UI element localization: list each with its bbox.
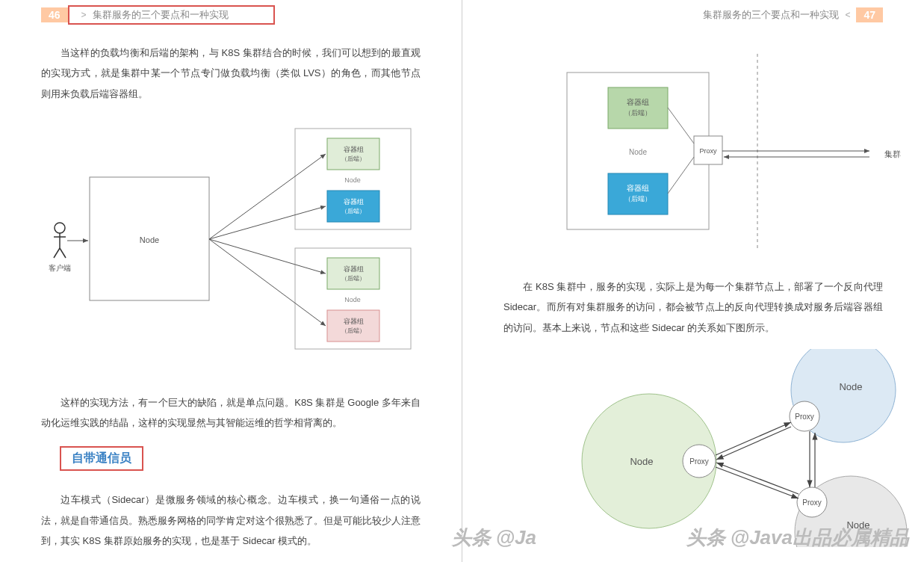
page-number: 47 [856,7,883,22]
chapter-title: 集群服务的三个要点和一种实现 [703,8,839,22]
svg-line-4 [60,248,66,258]
header-left: 46 > 集群服务的三个要点和一种实现 [41,6,462,24]
section-heading: 自带通信员 [72,451,131,464]
svg-text:（后端）: （后端） [341,275,365,282]
svg-text:（后端）: （后端） [341,208,365,214]
right-page: 集群服务的三个要点和一种实现 < 47 Node 容器组 （后端） 容器组 （后… [462,0,924,562]
svg-text:容器组: 容器组 [627,98,649,106]
svg-text:容器组: 容器组 [344,198,364,206]
chapter-title-box: > 集群服务的三个要点和一种实现 [68,5,275,25]
svg-text:Proxy: Proxy [689,457,709,466]
sidecar-diagram: Node 容器组 （后端） 容器组 （后端） Proxy [462,46,924,258]
svg-text:容器组: 容器组 [344,146,364,153]
watermark: 头条 @Ja [452,525,537,551]
left-page: 46 > 集群服务的三个要点和一种实现 当这样的负载均衡和后端的架构，与 K8S… [0,0,462,562]
svg-rect-15 [327,258,379,289]
svg-text:（后端）: （后端） [341,327,365,334]
svg-text:Proxy: Proxy [802,498,822,507]
svg-text:Node: Node [630,456,653,467]
svg-line-57 [716,463,799,494]
svg-text:容器组: 容器组 [627,184,649,192]
architecture-diagram-left: 客户端 Node Node 容器组 （后端） 容器组 （后端） Node [0,117,462,374]
svg-text:容器组: 容器组 [344,265,364,273]
svg-text:Proxy: Proxy [795,413,814,421]
header-right: 集群服务的三个要点和一种实现 < 47 [462,6,883,24]
node-label: Node [140,235,159,244]
client-label: 客户端 [49,264,71,272]
svg-text:集群: 集群 [884,149,901,158]
svg-rect-31 [608,173,668,214]
svg-text:容器组: 容器组 [344,318,364,325]
svg-rect-18 [327,310,379,342]
svg-rect-28 [608,87,668,129]
nodes-diagram: Node Proxy Node Proxy Node Proxy [462,349,924,549]
group-node-label: Node [344,176,361,184]
chevron-right-icon: > [81,10,87,20]
watermark: 头条 @Java出品必属精品 [686,525,909,551]
svg-text:Node: Node [839,381,862,392]
svg-point-0 [55,223,65,233]
svg-line-56 [716,467,799,498]
section-heading-box: 自带通信员 [60,446,143,471]
svg-line-54 [716,422,791,455]
svg-text:（后端）: （后端） [341,155,365,162]
svg-text:（后端）: （后端） [624,109,651,117]
svg-rect-7 [327,138,379,170]
svg-text:Node: Node [629,148,647,156]
paragraph-r1: 在 K8S 集群中，服务的实现，实际上是为每一个集群节点上，部署了一个反向代理 … [503,277,883,338]
svg-line-3 [54,248,60,258]
paragraph-2: 这样的实现方法，有一个巨大的缺陷，就是单点问题。K8S 集群是 Google 多… [41,392,421,433]
svg-rect-10 [327,191,379,222]
paragraph-1: 当这样的负载均衡和后端的架构，与 K8S 集群结合的时候，我们可以想到的最直观的… [41,43,421,104]
paragraph-3: 边车模式（Sidecar）是微服务领域的核心概念。边车模式，换一句通俗一点的说法… [41,490,421,551]
page-number: 46 [41,7,68,22]
svg-line-55 [716,427,791,460]
svg-text:（后端）: （后端） [624,195,651,203]
svg-text:Proxy: Proxy [699,147,717,155]
svg-text:Node: Node [344,296,361,303]
chevron-left-icon: < [845,10,850,20]
chapter-title: 集群服务的三个要点和一种实现 [93,8,229,22]
